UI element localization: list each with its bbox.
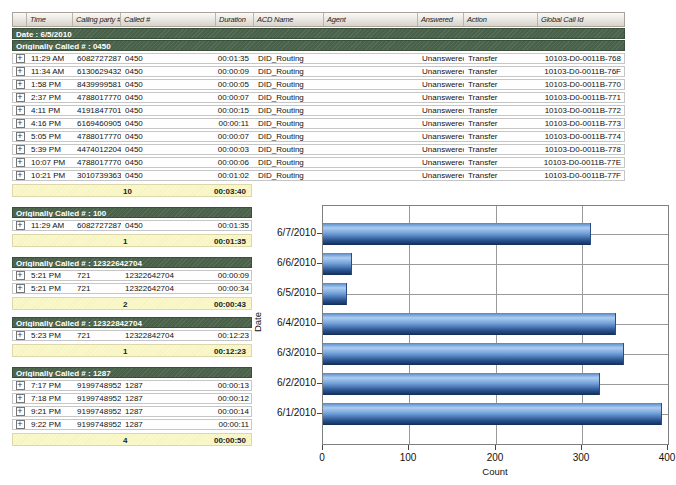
cell-called: 0450	[121, 145, 216, 154]
cell-called: 0450	[121, 106, 216, 115]
summary-call-count: 10	[123, 187, 132, 196]
cell-calling: 4788017770	[73, 132, 121, 141]
group-summary: 100:12:23	[12, 344, 252, 357]
expand-row-icon[interactable]: +	[16, 93, 25, 102]
expand-row-icon[interactable]: +	[16, 119, 25, 128]
cell-answered: Unanswered	[418, 158, 464, 167]
bar-6-3-2010	[323, 343, 624, 365]
cell-global_id: 10103-D0-0011B-778	[538, 145, 626, 154]
col-header-called: Called #	[121, 13, 216, 26]
cell-calling: 4474012204	[73, 145, 121, 154]
expand-row-icon[interactable]: +	[16, 158, 25, 167]
expand-row-icon[interactable]: +	[16, 271, 25, 280]
cell-duration: 00:00:15	[216, 106, 254, 115]
cell-time: 2:37 PM	[27, 93, 73, 102]
table-header-row: Time Calling party # Called # Duration A…	[12, 12, 625, 27]
cell-duration: 00:00:11	[216, 119, 254, 128]
cell-acd: DID_Routing	[254, 54, 324, 63]
call-group: Originally Called # : 1287+7:17 PM919974…	[12, 367, 252, 446]
expand-row-icon[interactable]: +	[16, 80, 25, 89]
cell-calling: 3010739363	[73, 171, 121, 180]
cell-time: 5:39 PM	[27, 145, 73, 154]
x-tick-label: 100	[393, 452, 423, 463]
cell-answered: Unanswered	[418, 145, 464, 154]
cell-agent	[324, 171, 418, 180]
table-row: +11:29 AM6082727287045000:01:35	[12, 220, 252, 231]
cell-calling: 8439999581	[73, 80, 121, 89]
table-row: +7:17 PM9199748952128700:00:13	[12, 380, 252, 391]
x-tick-mark	[322, 445, 323, 450]
expand-row-icon[interactable]: +	[16, 331, 25, 340]
cell-answered: Unanswered	[418, 132, 464, 141]
cell-acd: DID_Routing	[254, 145, 324, 154]
expand-row-icon[interactable]: +	[16, 145, 25, 154]
table-row: +4:16 PM6169460905045000:00:11DID_Routin…	[12, 118, 625, 129]
cell-time: 4:11 PM	[27, 106, 73, 115]
y-tick-mark	[317, 413, 322, 414]
x-tick-label: 400	[652, 452, 676, 463]
cell-called: 0450	[121, 93, 216, 102]
cell-time: 9:21 PM	[27, 407, 73, 416]
cell-called: 12322642704	[121, 284, 216, 293]
expander-cell: +	[13, 420, 27, 429]
expand-row-icon[interactable]: +	[16, 394, 25, 403]
cell-answered: Unanswered	[418, 171, 464, 180]
call-group: Originally Called # : 100+11:29 AM608272…	[12, 207, 252, 247]
cell-calling: 4788017770	[73, 158, 121, 167]
y-tick-label: 6/5/2010	[268, 286, 316, 300]
cell-action: Transfer	[464, 80, 538, 89]
cell-calling: 9199748952	[73, 407, 121, 416]
cell-action: Transfer	[464, 67, 538, 76]
expand-row-icon[interactable]: +	[16, 67, 25, 76]
expander-cell: +	[13, 394, 27, 403]
expander-cell: +	[13, 158, 27, 167]
cell-called: 0450	[121, 158, 216, 167]
expand-row-icon[interactable]: +	[16, 54, 25, 63]
cell-action: Transfer	[464, 132, 538, 141]
expand-row-icon[interactable]: +	[16, 106, 25, 115]
cell-action: Transfer	[464, 145, 538, 154]
summary-total-duration: 00:00:50	[214, 436, 246, 445]
expander-cell: +	[13, 221, 27, 230]
expander-cell: +	[13, 67, 27, 76]
cell-called: 0450	[121, 80, 216, 89]
call-detail-table: Time Calling party # Called # Duration A…	[12, 12, 625, 39]
cell-time: 1:58 PM	[27, 80, 73, 89]
call-report-window: Time Calling party # Called # Duration A…	[0, 0, 676, 485]
expand-row-icon[interactable]: +	[16, 132, 25, 141]
bar-6-5-2010	[323, 283, 347, 305]
chart-y-axis-title: Date	[252, 292, 264, 352]
expand-row-icon[interactable]: +	[16, 284, 25, 293]
cell-answered: Unanswered	[418, 93, 464, 102]
x-tick-label: 200	[480, 452, 510, 463]
bar-6-1-2010	[323, 403, 662, 425]
y-tick-mark	[317, 233, 322, 234]
cell-called: 12322642704	[121, 271, 216, 280]
cell-time: 11:34 AM	[27, 67, 73, 76]
cell-calling: 6082727287	[73, 221, 121, 230]
expand-row-icon[interactable]: +	[16, 381, 25, 390]
bar-6-7-2010	[323, 223, 591, 245]
table-row: +4:11 PM4191847701045000:00:15DID_Routin…	[12, 105, 625, 116]
group-header: Originally Called # : 0450	[12, 40, 625, 51]
expander-cell: +	[13, 132, 27, 141]
cell-agent	[324, 145, 418, 154]
y-tick-label: 6/3/2010	[268, 346, 316, 360]
expand-row-icon[interactable]: +	[16, 420, 25, 429]
cell-duration: 00:00:14	[216, 407, 254, 416]
expand-row-icon[interactable]: +	[16, 171, 25, 180]
expand-row-icon[interactable]: +	[16, 407, 25, 416]
cell-agent	[324, 93, 418, 102]
expander-cell: +	[13, 106, 27, 115]
col-header-global-call-id: Global Call Id	[538, 13, 626, 26]
table-row: +2:37 PM4788017770045000:00:07DID_Routin…	[12, 92, 625, 103]
expand-row-icon[interactable]: +	[16, 221, 25, 230]
expander-cell: +	[13, 331, 27, 340]
cell-duration: 00:00:12	[216, 394, 254, 403]
cell-called: 1287	[121, 407, 216, 416]
cell-answered: Unanswered	[418, 80, 464, 89]
cell-global_id: 10103-D0-0011B-773	[538, 119, 626, 128]
cell-time: 9:22 PM	[27, 420, 73, 429]
cell-agent	[324, 106, 418, 115]
cell-global_id: 10103-D0-0011B-771	[538, 93, 626, 102]
